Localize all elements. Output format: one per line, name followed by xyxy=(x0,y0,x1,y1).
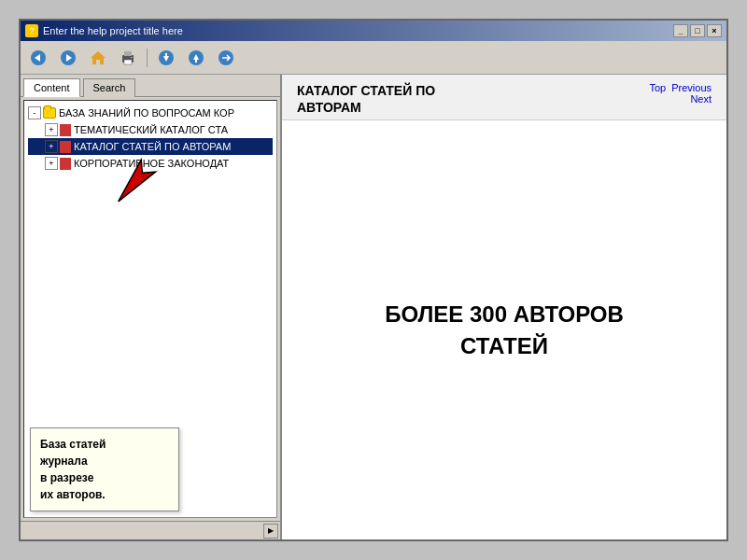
left-panel: Content Search - БАЗА ЗНАНИЙ ПО ВОПРОСАМ… xyxy=(21,75,282,539)
toolbar-separator-1 xyxy=(147,49,148,67)
nav-previous-link[interactable]: Previous xyxy=(671,82,712,93)
toolbar xyxy=(21,41,726,75)
right-panel-content: БОЛЕЕ 300 АВТОРОВСТАТЕЙ xyxy=(282,120,726,539)
refresh-up-button[interactable] xyxy=(183,46,209,70)
sync-button[interactable] xyxy=(213,46,239,70)
nav-next-link[interactable]: Next xyxy=(690,93,712,105)
tree-label-3: КОРПОРАТИВНОЕ ЗАКОНОДАТ xyxy=(74,158,229,169)
upload-icon xyxy=(188,49,204,66)
title-bar-left: ? Enter the help project title here xyxy=(25,24,183,37)
svg-marker-4 xyxy=(91,51,106,64)
print-button[interactable] xyxy=(115,46,141,70)
title-buttons: _ □ × xyxy=(673,24,722,37)
svg-rect-6 xyxy=(124,51,132,56)
tree-item-3[interactable]: + КОРПОРАТИВНОЕ ЗАКОНОДАТ xyxy=(28,155,273,172)
minimize-button[interactable]: _ xyxy=(673,24,688,37)
maximize-button[interactable]: □ xyxy=(690,24,705,37)
tab-content[interactable]: Content xyxy=(23,78,80,97)
right-panel-title: КАТАЛОГ СТАТЕЙ ПОАВТОРАМ xyxy=(297,82,435,116)
left-panel-bottom: ▶ xyxy=(21,521,280,539)
window-icon: ? xyxy=(25,24,38,37)
tab-search[interactable]: Search xyxy=(83,78,136,97)
title-bar: ? Enter the help project title here _ □ … xyxy=(21,21,726,41)
nav-next-row: Next xyxy=(690,93,712,105)
tree-expander-2[interactable]: + xyxy=(45,140,58,153)
tree-expander-3[interactable]: + xyxy=(45,157,58,170)
window-title: Enter the help project title here xyxy=(43,25,183,36)
tree-expander-1[interactable]: + xyxy=(45,123,58,136)
tree-label-1: ТЕМАТИЧЕСКИЙ КАТАЛОГ СТА xyxy=(74,124,228,135)
nav-top-link[interactable]: Top xyxy=(649,82,666,93)
home-button[interactable] xyxy=(85,46,111,70)
page-icon-1 xyxy=(60,124,71,136)
page-icon-2 xyxy=(60,141,71,153)
page-icon-3 xyxy=(60,158,71,170)
forward-icon xyxy=(60,49,77,66)
home-icon xyxy=(90,49,106,66)
print-icon xyxy=(120,49,136,66)
tooltip-text: База статейжурналав разрезеих авторов. xyxy=(40,438,106,501)
tooltip-box: База статейжурналав разрезеих авторов. xyxy=(30,427,179,511)
tree-expander-root[interactable]: - xyxy=(28,106,41,119)
main-heading: БОЛЕЕ 300 АВТОРОВСТАТЕЙ xyxy=(385,299,624,361)
tree-item-2[interactable]: + КАТАЛОГ СТАТЕЙ ПО АВТОРАМ xyxy=(28,138,273,155)
sync-icon xyxy=(218,49,234,66)
svg-rect-7 xyxy=(124,60,132,64)
download-icon xyxy=(158,49,175,66)
main-window: ? Enter the help project title here _ □ … xyxy=(19,19,728,541)
tree-item-root[interactable]: - БАЗА ЗНАНИЙ ПО ВОПРОСАМ КОР xyxy=(28,105,273,121)
tree-label-2: КАТАЛОГ СТАТЕЙ ПО АВТОРАМ xyxy=(74,141,231,152)
close-button[interactable]: × xyxy=(707,24,722,37)
right-panel: КАТАЛОГ СТАТЕЙ ПОАВТОРАМ Top Previous Ne… xyxy=(282,75,726,539)
back-icon xyxy=(30,49,47,66)
tabs: Content Search xyxy=(21,75,280,97)
nav-row: Top Previous xyxy=(649,82,712,93)
refresh-down-button[interactable] xyxy=(153,46,179,70)
back-button[interactable] xyxy=(25,46,51,70)
right-panel-nav: Top Previous Next xyxy=(649,82,712,105)
tree-label-root: БАЗА ЗНАНИЙ ПО ВОПРОСАМ КОР xyxy=(59,107,234,119)
svg-rect-14 xyxy=(195,59,197,63)
svg-rect-8 xyxy=(131,57,133,58)
svg-rect-11 xyxy=(165,53,167,57)
tree-item-1[interactable]: + ТЕМАТИЧЕСКИЙ КАТАЛОГ СТА xyxy=(28,121,273,138)
scroll-right-button[interactable]: ▶ xyxy=(263,524,278,539)
main-area: Content Search - БАЗА ЗНАНИЙ ПО ВОПРОСАМ… xyxy=(21,75,726,539)
folder-icon-root xyxy=(43,107,56,119)
forward-button[interactable] xyxy=(55,46,81,70)
right-panel-header: КАТАЛОГ СТАТЕЙ ПОАВТОРАМ Top Previous Ne… xyxy=(282,75,726,120)
